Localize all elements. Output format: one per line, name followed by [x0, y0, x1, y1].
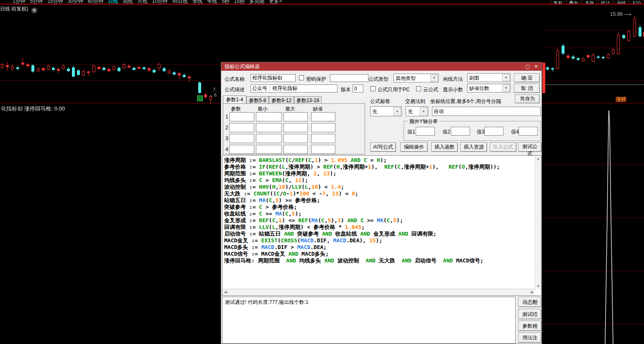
close-icon[interactable]: ✕ — [533, 64, 539, 69]
tab-参数13-16[interactable]: 参数13-16 — [294, 96, 322, 103]
indicator-name: 化指标创 — [1, 105, 23, 112]
param-input-r1c1[interactable] — [229, 112, 254, 121]
side-button-参数精灵[interactable]: 参数精灵 — [518, 321, 542, 331]
code-line: MACD金叉 := EXIST(CROSS(MACD.DIF, MACD.DEA… — [224, 237, 534, 244]
password-checkbox[interactable] — [299, 75, 304, 80]
insert-function-button[interactable]: 插入函数 — [431, 142, 458, 152]
maximize-icon[interactable]: ▢ — [525, 64, 531, 69]
horizontal-scrollbar[interactable]: ◀ ▶ — [222, 289, 535, 295]
code-editor[interactable]: 涨停周期 := BARSLAST(C/REF(C,1) > 1.095 AND … — [222, 155, 542, 296]
formula-type-value: 其他类型 — [396, 75, 416, 82]
password-input[interactable] — [330, 74, 368, 82]
insert-resource-button[interactable]: 插入资源 — [460, 142, 487, 152]
arrow-icon: ⟶ — [623, 11, 631, 17]
tag-value: 无 — [372, 108, 377, 116]
param-input-r1c4[interactable] — [311, 112, 335, 121]
down-tag: 跌 — [197, 95, 203, 101]
draw-method-label: 画线方法 — [443, 76, 463, 83]
param-input-r4c1[interactable] — [229, 145, 254, 154]
formula-name-input[interactable] — [250, 74, 296, 82]
param-input-r3c4[interactable] — [311, 134, 335, 143]
import-formula-button[interactable]: 引入公式 — [490, 142, 516, 152]
param-header: 参数 — [231, 105, 241, 113]
param-header: 缺省 — [313, 105, 323, 113]
param-input-r4c3[interactable] — [284, 145, 308, 154]
code-line: 涨停周期 := BARSLAST(C/REF(C,1) > 1.095 AND … — [224, 157, 534, 164]
chevron-down-icon[interactable]: ▼ — [502, 85, 510, 92]
tab-参数5-8[interactable]: 参数5-8 — [246, 96, 269, 103]
cloud-checkbox[interactable] — [416, 86, 421, 91]
decimal-select[interactable]: 缺省位数 ▼ — [467, 84, 511, 92]
tab-参数1-4[interactable]: 参数1-4 — [223, 95, 246, 103]
y2-input[interactable] — [451, 127, 470, 136]
param-input-r2c1[interactable] — [229, 123, 254, 132]
param-input-r2c4[interactable] — [311, 123, 335, 132]
code-line: 均线多头 := C > EMA(C, 12); — [224, 177, 534, 184]
draw-method-select[interactable]: 副图 ▼ — [467, 73, 511, 82]
ai-write-button[interactable]: AI写公式 — [370, 142, 396, 152]
scroll-up-icon[interactable]: ▲ — [535, 156, 541, 162]
code-line: 启动信号 := 站稳五日 AND 突破参考 AND 收盘站线 AND 金叉形成 … — [224, 231, 534, 237]
code-line: MACD信号 := MACD金叉 AND MACD多头; — [224, 251, 534, 257]
code-text[interactable]: 涨停周期 := BARSLAST(C/REF(C,1) > 1.095 AND … — [224, 157, 534, 288]
version-input[interactable] — [353, 85, 363, 92]
rank-tag[interactable]: 涨榜 — [616, 97, 626, 102]
dialog-title: 指标公式编辑器 — [225, 64, 260, 69]
chevron-down-icon[interactable]: ▼ — [502, 74, 510, 81]
param-input-r1c2[interactable] — [256, 112, 282, 121]
chevron-down-icon[interactable]: ▼ — [31, 8, 37, 13]
param-input-r3c2[interactable] — [256, 134, 282, 143]
price-high-annotation: 15.99 ⟶ — [610, 11, 631, 17]
extra-y-bounds-legend: 额外Y轴分界 — [408, 118, 439, 125]
param-input-r2c2[interactable] — [256, 123, 282, 132]
cancel-button[interactable]: 取 消 — [514, 84, 540, 93]
chevron-down-icon[interactable]: ▼ — [430, 74, 438, 82]
param-input-r4c2[interactable] — [256, 145, 282, 154]
coord-input[interactable] — [432, 107, 541, 116]
param-input-r3c3[interactable] — [284, 134, 308, 143]
side-button-用法注释[interactable]: 用法注释 — [518, 332, 542, 343]
param-input-r2c3[interactable] — [284, 123, 308, 132]
param-input-r4c4[interactable] — [311, 145, 335, 154]
version-label: 版本 — [341, 86, 351, 93]
test-formula-button[interactable]: 测试公式 — [518, 142, 542, 152]
param-panel: 参数最小最大缺省1234 — [223, 103, 365, 154]
desktop: { "toolbar": { "periods": ["1分钟","5分钟","… — [0, 0, 644, 344]
save-as-button[interactable]: 另存为 — [515, 95, 540, 103]
formula-desc-input[interactable] — [250, 85, 337, 92]
param-row-label: 2 — [225, 125, 228, 131]
scroll-right-icon[interactable]: ▶ — [529, 289, 535, 295]
edit-ops-button[interactable]: 编辑操作 — [400, 142, 428, 152]
param-header: 最小 — [258, 105, 268, 113]
ok-button[interactable]: 确 定 — [514, 73, 540, 82]
side-button-测试结果[interactable]: 测试结果 — [518, 309, 542, 319]
scroll-left-icon[interactable]: ◀ — [222, 289, 228, 295]
tab-参数9-12[interactable]: 参数9-12 — [269, 96, 294, 103]
pc-only-checkbox[interactable] — [371, 86, 376, 91]
code-line: 金叉形成 := REF(C,1) <= REF(MA(C,5),1) AND C… — [224, 217, 534, 224]
y1-input[interactable] — [416, 127, 435, 136]
param-row-label: 4 — [225, 146, 228, 152]
code-line: 波动控制 := HHV(H,10)/LLV(L,10) < 1.4; — [224, 184, 534, 190]
decimal-value: 缺省位数 — [469, 85, 489, 92]
code-line: 参考价格 := IF(REF(L,涨停周期) > REF(H,涨停周期+1), … — [224, 164, 534, 170]
chevron-down-icon[interactable]: ▼ — [394, 107, 401, 116]
dialog-titlebar[interactable]: 指标公式编辑器 ▢ ✕ — [221, 62, 542, 71]
chart-title[interactable]: 日线 前复权) ▼ — [0, 5, 37, 13]
y4-input[interactable] — [519, 127, 538, 136]
tag-select[interactable]: 无 ▼ — [370, 106, 402, 116]
cloud-label: 云公式 — [423, 86, 438, 93]
formula-type-select[interactable]: 其他类型 ▼ — [394, 74, 439, 82]
param-input-r3c1[interactable] — [229, 134, 254, 143]
param-row-label: 3 — [225, 136, 228, 141]
indicator-value: 涨停回马枪: 0.00 — [24, 105, 65, 112]
y3-input[interactable] — [484, 127, 503, 136]
side-button-动态翻译[interactable]: 动态翻译 — [518, 297, 542, 307]
scroll-down-icon[interactable]: ▼ — [535, 283, 541, 289]
name-label: 公式名称 — [225, 76, 245, 83]
param-input-r1c3[interactable] — [284, 112, 308, 121]
rule-select[interactable]: 无 ▼ — [406, 106, 428, 116]
chevron-down-icon[interactable]: ▼ — [420, 107, 427, 116]
vertical-scrollbar[interactable]: ▲ ▼ — [535, 156, 541, 289]
price-fragment: ←6 — [210, 92, 217, 98]
